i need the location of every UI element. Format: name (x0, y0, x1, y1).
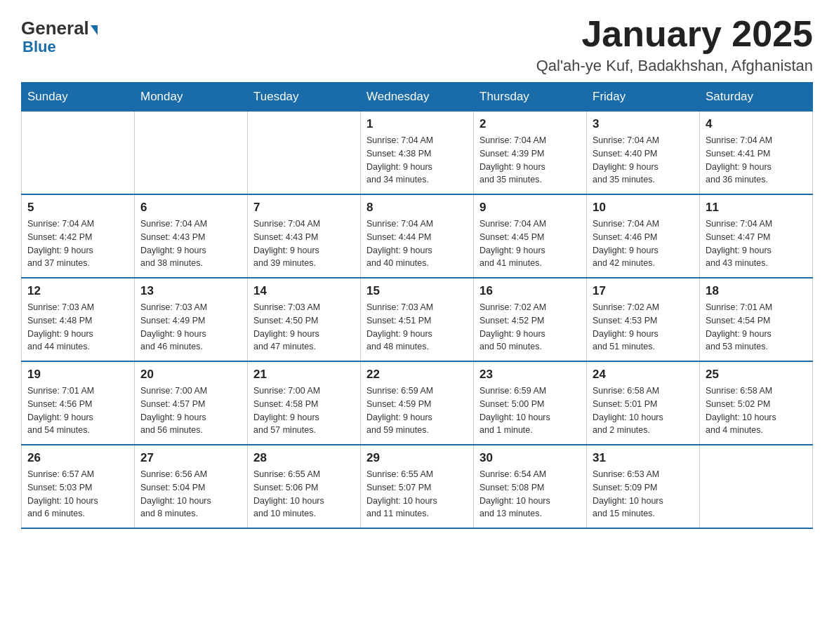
weekday-header-tuesday: Tuesday (248, 83, 361, 112)
day-number: 1 (366, 117, 468, 131)
day-info: Sunrise: 6:59 AM Sunset: 5:00 PM Dayligh… (479, 384, 581, 437)
day-info: Sunrise: 6:53 AM Sunset: 5:09 PM Dayligh… (593, 468, 694, 521)
calendar-cell: 20Sunrise: 7:00 AM Sunset: 4:57 PM Dayli… (135, 361, 248, 445)
calendar-cell: 12Sunrise: 7:03 AM Sunset: 4:48 PM Dayli… (22, 278, 135, 361)
weekday-header-row: SundayMondayTuesdayWednesdayThursdayFrid… (22, 83, 813, 112)
day-info: Sunrise: 7:04 AM Sunset: 4:46 PM Dayligh… (593, 217, 694, 270)
calendar-cell: 10Sunrise: 7:04 AM Sunset: 4:46 PM Dayli… (587, 194, 700, 278)
day-number: 8 (366, 201, 468, 215)
day-number: 23 (479, 368, 581, 382)
day-info: Sunrise: 7:04 AM Sunset: 4:43 PM Dayligh… (140, 217, 241, 270)
calendar-table: SundayMondayTuesdayWednesdayThursdayFrid… (21, 82, 813, 529)
day-info: Sunrise: 7:04 AM Sunset: 4:38 PM Dayligh… (366, 134, 468, 187)
day-number: 12 (27, 284, 128, 298)
day-info: Sunrise: 7:04 AM Sunset: 4:41 PM Dayligh… (706, 134, 807, 187)
weekday-header-saturday: Saturday (700, 83, 813, 112)
calendar-cell: 8Sunrise: 7:04 AM Sunset: 4:44 PM Daylig… (361, 194, 474, 278)
logo-blue-text: Blue (21, 38, 98, 56)
day-number: 30 (479, 451, 581, 465)
calendar-cell: 17Sunrise: 7:02 AM Sunset: 4:53 PM Dayli… (587, 278, 700, 361)
calendar-cell: 1Sunrise: 7:04 AM Sunset: 4:38 PM Daylig… (361, 112, 474, 195)
day-number: 13 (140, 284, 241, 298)
calendar-cell: 13Sunrise: 7:03 AM Sunset: 4:49 PM Dayli… (135, 278, 248, 361)
calendar-cell: 31Sunrise: 6:53 AM Sunset: 5:09 PM Dayli… (587, 445, 700, 528)
calendar-week-row: 12Sunrise: 7:03 AM Sunset: 4:48 PM Dayli… (22, 278, 813, 361)
calendar-cell: 14Sunrise: 7:03 AM Sunset: 4:50 PM Dayli… (248, 278, 361, 361)
day-info: Sunrise: 6:55 AM Sunset: 5:07 PM Dayligh… (366, 468, 468, 521)
day-info: Sunrise: 6:54 AM Sunset: 5:08 PM Dayligh… (479, 468, 581, 521)
calendar-cell: 18Sunrise: 7:01 AM Sunset: 4:54 PM Dayli… (700, 278, 813, 361)
day-info: Sunrise: 7:00 AM Sunset: 4:57 PM Dayligh… (140, 384, 241, 437)
day-info: Sunrise: 7:01 AM Sunset: 4:54 PM Dayligh… (706, 301, 807, 354)
day-info: Sunrise: 7:03 AM Sunset: 4:48 PM Dayligh… (27, 301, 128, 354)
day-number: 10 (593, 201, 694, 215)
calendar-cell: 19Sunrise: 7:01 AM Sunset: 4:56 PM Dayli… (22, 361, 135, 445)
day-number: 19 (27, 368, 128, 382)
day-number: 27 (140, 451, 241, 465)
calendar-cell: 15Sunrise: 7:03 AM Sunset: 4:51 PM Dayli… (361, 278, 474, 361)
day-number: 11 (706, 201, 807, 215)
day-info: Sunrise: 6:59 AM Sunset: 4:59 PM Dayligh… (366, 384, 468, 437)
weekday-header-sunday: Sunday (22, 83, 135, 112)
day-number: 22 (366, 368, 468, 382)
calendar-cell: 27Sunrise: 6:56 AM Sunset: 5:04 PM Dayli… (135, 445, 248, 528)
calendar-week-row: 26Sunrise: 6:57 AM Sunset: 5:03 PM Dayli… (22, 445, 813, 528)
logo-arrow-icon (91, 25, 98, 35)
calendar-cell: 26Sunrise: 6:57 AM Sunset: 5:03 PM Dayli… (22, 445, 135, 528)
day-info: Sunrise: 6:58 AM Sunset: 5:02 PM Dayligh… (706, 384, 807, 437)
day-number: 9 (479, 201, 581, 215)
calendar-cell: 25Sunrise: 6:58 AM Sunset: 5:02 PM Dayli… (700, 361, 813, 445)
calendar-cell: 23Sunrise: 6:59 AM Sunset: 5:00 PM Dayli… (474, 361, 587, 445)
day-number: 16 (479, 284, 581, 298)
calendar-week-row: 1Sunrise: 7:04 AM Sunset: 4:38 PM Daylig… (22, 112, 813, 195)
day-number: 14 (253, 284, 355, 298)
calendar-cell: 6Sunrise: 7:04 AM Sunset: 4:43 PM Daylig… (135, 194, 248, 278)
day-info: Sunrise: 7:04 AM Sunset: 4:44 PM Dayligh… (366, 217, 468, 270)
calendar-cell: 9Sunrise: 7:04 AM Sunset: 4:45 PM Daylig… (474, 194, 587, 278)
calendar-cell (248, 112, 361, 195)
calendar-cell: 11Sunrise: 7:04 AM Sunset: 4:47 PM Dayli… (700, 194, 813, 278)
logo-general-text: General (21, 18, 89, 39)
day-number: 4 (706, 117, 807, 131)
calendar-week-row: 19Sunrise: 7:01 AM Sunset: 4:56 PM Dayli… (22, 361, 813, 445)
calendar-cell (22, 112, 135, 195)
day-number: 28 (253, 451, 355, 465)
calendar-cell: 2Sunrise: 7:04 AM Sunset: 4:39 PM Daylig… (474, 112, 587, 195)
day-info: Sunrise: 7:04 AM Sunset: 4:39 PM Dayligh… (479, 134, 581, 187)
calendar-cell: 28Sunrise: 6:55 AM Sunset: 5:06 PM Dayli… (248, 445, 361, 528)
day-info: Sunrise: 7:04 AM Sunset: 4:45 PM Dayligh… (479, 217, 581, 270)
calendar-cell: 29Sunrise: 6:55 AM Sunset: 5:07 PM Dayli… (361, 445, 474, 528)
day-info: Sunrise: 6:58 AM Sunset: 5:01 PM Dayligh… (593, 384, 694, 437)
day-info: Sunrise: 6:56 AM Sunset: 5:04 PM Dayligh… (140, 468, 241, 521)
day-number: 21 (253, 368, 355, 382)
day-info: Sunrise: 7:04 AM Sunset: 4:47 PM Dayligh… (706, 217, 807, 270)
day-info: Sunrise: 7:04 AM Sunset: 4:43 PM Dayligh… (253, 217, 355, 270)
day-number: 20 (140, 368, 241, 382)
title-area: January 2025 Qal'ah-ye Kuf, Badakhshan, … (536, 14, 813, 75)
day-info: Sunrise: 7:04 AM Sunset: 4:42 PM Dayligh… (27, 217, 128, 270)
calendar-cell: 22Sunrise: 6:59 AM Sunset: 4:59 PM Dayli… (361, 361, 474, 445)
location-title: Qal'ah-ye Kuf, Badakhshan, Afghanistan (536, 57, 813, 75)
calendar-cell: 21Sunrise: 7:00 AM Sunset: 4:58 PM Dayli… (248, 361, 361, 445)
weekday-header-friday: Friday (587, 83, 700, 112)
calendar-cell (700, 445, 813, 528)
day-info: Sunrise: 7:03 AM Sunset: 4:49 PM Dayligh… (140, 301, 241, 354)
day-info: Sunrise: 7:00 AM Sunset: 4:58 PM Dayligh… (253, 384, 355, 437)
calendar-cell: 16Sunrise: 7:02 AM Sunset: 4:52 PM Dayli… (474, 278, 587, 361)
calendar-week-row: 5Sunrise: 7:04 AM Sunset: 4:42 PM Daylig… (22, 194, 813, 278)
day-number: 17 (593, 284, 694, 298)
day-number: 26 (27, 451, 128, 465)
calendar-cell: 30Sunrise: 6:54 AM Sunset: 5:08 PM Dayli… (474, 445, 587, 528)
calendar-cell (135, 112, 248, 195)
day-number: 6 (140, 201, 241, 215)
day-info: Sunrise: 7:02 AM Sunset: 4:53 PM Dayligh… (593, 301, 694, 354)
day-number: 7 (253, 201, 355, 215)
weekday-header-monday: Monday (135, 83, 248, 112)
calendar-cell: 3Sunrise: 7:04 AM Sunset: 4:40 PM Daylig… (587, 112, 700, 195)
calendar-cell: 24Sunrise: 6:58 AM Sunset: 5:01 PM Dayli… (587, 361, 700, 445)
day-number: 29 (366, 451, 468, 465)
day-number: 18 (706, 284, 807, 298)
day-info: Sunrise: 7:03 AM Sunset: 4:51 PM Dayligh… (366, 301, 468, 354)
logo-general: General (21, 18, 98, 39)
day-info: Sunrise: 6:57 AM Sunset: 5:03 PM Dayligh… (27, 468, 128, 521)
